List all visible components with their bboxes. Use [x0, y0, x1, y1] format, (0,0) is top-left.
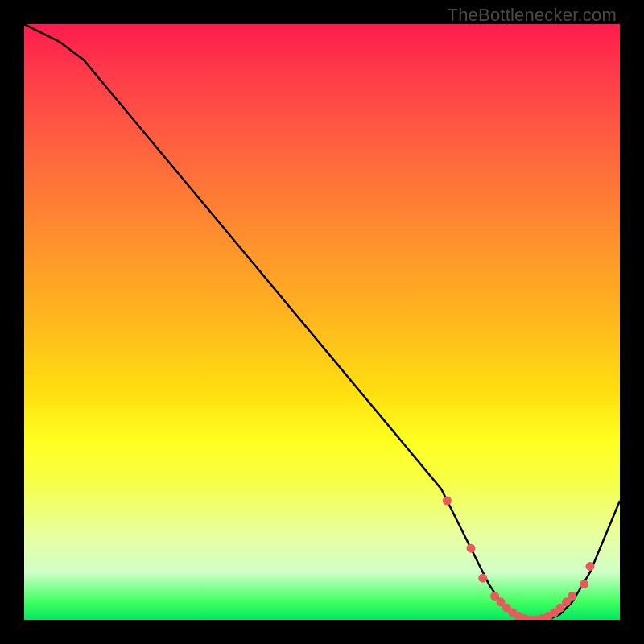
data-point: [520, 614, 529, 620]
watermark-text: TheBottlenecker.com: [448, 5, 617, 26]
data-point: [538, 614, 547, 620]
data-point: [490, 592, 499, 601]
data-point: [514, 612, 523, 620]
plot-area: [24, 24, 620, 620]
bottleneck-curve: [24, 24, 620, 620]
data-point: [562, 597, 571, 606]
data-point: [586, 562, 595, 571]
data-point: [556, 604, 565, 613]
marker-group: [443, 497, 595, 621]
chart-svg: [24, 24, 620, 620]
data-point: [478, 574, 487, 583]
data-point: [508, 609, 517, 617]
data-point: [526, 616, 535, 621]
chart-frame: TheBottlenecker.com: [0, 0, 644, 644]
data-point: [580, 580, 588, 588]
data-point: [568, 592, 576, 601]
data-point: [550, 609, 559, 617]
data-point: [502, 604, 511, 613]
data-point: [443, 497, 452, 506]
data-point: [497, 597, 506, 606]
data-point: [544, 612, 553, 620]
data-point: [467, 544, 476, 553]
data-point: [532, 616, 541, 621]
